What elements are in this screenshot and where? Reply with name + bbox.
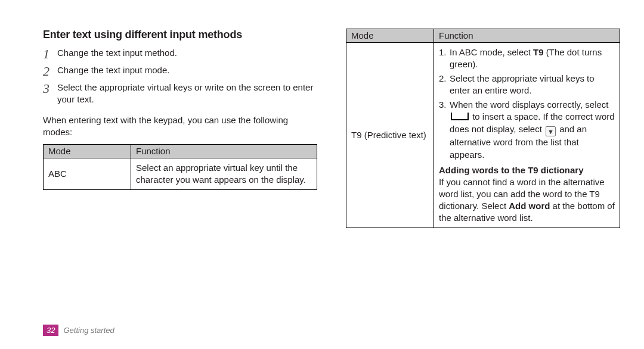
function-cell: Select an appropriate virtual key until … bbox=[131, 158, 317, 190]
list-item: 2. Select the appropriate virtual keys t… bbox=[439, 73, 615, 96]
list-text: Select the appropriate virtual keys to e… bbox=[450, 73, 615, 96]
step-number: 3 bbox=[43, 82, 57, 95]
table-row: ABC Select an appropriate virtual key un… bbox=[44, 158, 317, 190]
list-item: 1. In ABC mode, select T9 (The dot turns… bbox=[439, 46, 615, 70]
step-text: Change the text input method. bbox=[57, 47, 317, 59]
modes-table-right: Mode Function T9 (Predictive text) 1. In… bbox=[346, 29, 620, 228]
table-row: T9 (Predictive text) 1. In ABC mode, sel… bbox=[346, 43, 620, 228]
page-content: Enter text using different input methods… bbox=[43, 29, 620, 325]
step-item: 3 Select the appropriate virtual keys or… bbox=[43, 82, 317, 106]
intro-paragraph: When entering text with the keypad, you … bbox=[43, 114, 317, 139]
t9-instruction-list: 1. In ABC mode, select T9 (The dot turns… bbox=[439, 46, 615, 161]
left-column: Enter text using different input methods… bbox=[43, 29, 317, 325]
step-number: 1 bbox=[43, 47, 57, 61]
col-header-function: Function bbox=[131, 145, 317, 158]
list-text: When the word displays correctly, select… bbox=[450, 99, 615, 160]
footer-section-label: Getting started bbox=[63, 326, 114, 335]
adding-words-heading: Adding words to the T9 dictionary bbox=[439, 165, 584, 175]
step-text: Select the appropriate virtual keys or w… bbox=[57, 82, 317, 106]
spacebar-icon bbox=[451, 113, 469, 120]
page-number-badge: 32 bbox=[43, 325, 58, 336]
list-number: 2. bbox=[439, 73, 450, 96]
chevron-down-icon: ▼ bbox=[546, 126, 556, 136]
list-text: In ABC mode, select T9 (The dot turns gr… bbox=[450, 46, 615, 70]
col-header-function: Function bbox=[434, 29, 620, 43]
modes-table-left: Mode Function ABC Select an appropriate … bbox=[43, 144, 317, 190]
step-text: Change the text input mode. bbox=[57, 64, 317, 76]
numbered-steps: 1 Change the text input method. 2 Change… bbox=[43, 47, 317, 106]
page-footer: 32 Getting started bbox=[43, 325, 114, 336]
list-number: 3. bbox=[439, 99, 450, 160]
mode-cell: ABC bbox=[44, 158, 131, 190]
col-header-mode: Mode bbox=[346, 29, 434, 43]
mode-cell: T9 (Predictive text) bbox=[346, 43, 434, 228]
right-column: Mode Function T9 (Predictive text) 1. In… bbox=[346, 29, 620, 325]
step-item: 1 Change the text input method. bbox=[43, 47, 317, 61]
function-cell: 1. In ABC mode, select T9 (The dot turns… bbox=[434, 43, 620, 228]
section-heading: Enter text using different input methods bbox=[43, 29, 317, 41]
list-number: 1. bbox=[439, 46, 450, 70]
list-item: 3. When the word displays correctly, sel… bbox=[439, 99, 615, 160]
adding-words-paragraph: Adding words to the T9 dictionary If you… bbox=[439, 164, 615, 224]
step-number: 2 bbox=[43, 64, 57, 78]
col-header-mode: Mode bbox=[44, 145, 131, 158]
step-item: 2 Change the text input mode. bbox=[43, 64, 317, 78]
